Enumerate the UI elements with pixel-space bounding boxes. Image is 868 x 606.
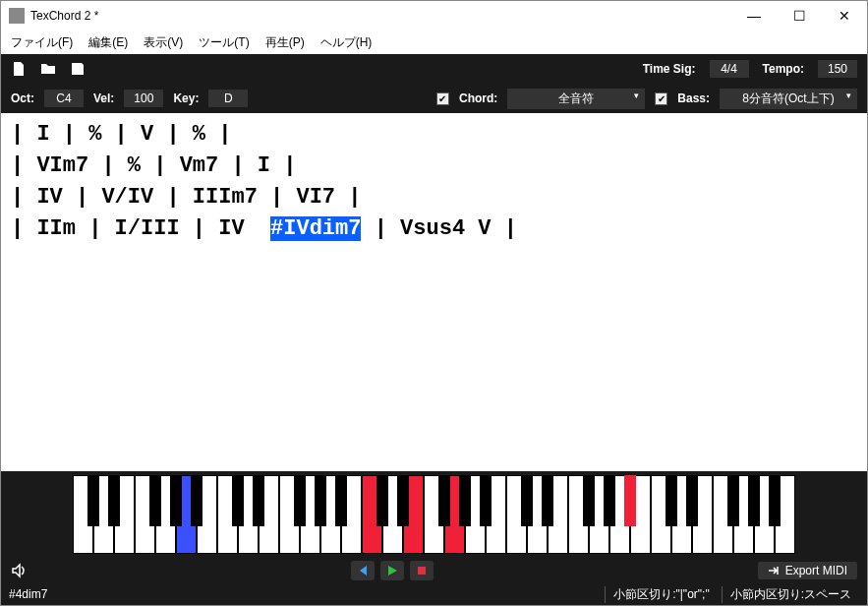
black-key[interactable] xyxy=(769,475,781,526)
vel-label: Vel: xyxy=(93,91,114,105)
black-key[interactable] xyxy=(232,475,244,526)
chord-label: Chord: xyxy=(459,91,497,105)
menu-file[interactable]: ファイル(F) xyxy=(5,32,79,53)
editor-selection: #IVdim7 xyxy=(270,216,361,241)
key-value[interactable]: D xyxy=(208,90,248,107)
editor-line-pre: | IIm | I/III | IV xyxy=(11,216,270,241)
bass-dropdown[interactable]: 8分音符(Oct上下) xyxy=(720,89,857,109)
black-key[interactable] xyxy=(376,475,388,526)
black-key[interactable] xyxy=(87,475,99,526)
timesig-value[interactable]: 4/4 xyxy=(710,60,749,78)
black-key[interactable] xyxy=(686,475,698,526)
chord-dropdown[interactable]: 全音符 xyxy=(507,89,645,109)
status-seg-1: 小節区切り:"|"or";" xyxy=(605,586,718,603)
bass-label: Bass: xyxy=(677,91,710,105)
tempo-label: Tempo: xyxy=(763,62,804,76)
oct-value[interactable]: C4 xyxy=(44,90,84,107)
black-key[interactable] xyxy=(170,475,182,526)
editor-line: | VIm7 | % | Vm7 | I | xyxy=(11,153,296,178)
stop-button[interactable] xyxy=(410,561,434,580)
black-key[interactable] xyxy=(459,475,471,526)
open-folder-icon[interactable] xyxy=(40,61,56,77)
chord-checkbox[interactable]: ✔ xyxy=(436,92,449,105)
black-key[interactable] xyxy=(253,475,264,526)
export-label: Export MIDI xyxy=(785,564,847,577)
close-button[interactable]: ✕ xyxy=(822,1,867,30)
volume-icon[interactable] xyxy=(11,563,27,578)
menu-view[interactable]: 表示(V) xyxy=(138,32,189,53)
editor-line-post: | Vsus4 V | xyxy=(361,216,516,241)
black-key[interactable] xyxy=(108,475,120,526)
oct-label: Oct: xyxy=(11,91,34,105)
menu-play[interactable]: 再生(P) xyxy=(260,32,311,53)
export-icon xyxy=(768,565,780,576)
export-midi-button[interactable]: Export MIDI xyxy=(758,562,857,579)
black-key[interactable] xyxy=(149,475,161,526)
vel-value[interactable]: 100 xyxy=(124,90,163,107)
new-file-icon[interactable] xyxy=(11,61,27,77)
tempo-value[interactable]: 150 xyxy=(818,60,857,78)
app-icon xyxy=(9,8,25,24)
black-key[interactable] xyxy=(604,475,615,526)
chord-editor[interactable]: | I | % | V | % | | VIm7 | % | Vm7 | I |… xyxy=(1,113,867,471)
editor-line: | IV | V/IV | IIIm7 | VI7 | xyxy=(11,185,361,210)
black-key[interactable] xyxy=(438,475,450,526)
svg-rect-0 xyxy=(418,567,426,575)
black-key[interactable] xyxy=(191,475,203,526)
black-key[interactable] xyxy=(397,475,409,526)
maximize-button[interactable]: ☐ xyxy=(777,1,822,30)
menu-tool[interactable]: ツール(T) xyxy=(193,32,255,53)
menu-bar: ファイル(F) 編集(E) 表示(V) ツール(T) 再生(P) ヘルプ(H) xyxy=(1,30,867,54)
status-chord: #4dim7 xyxy=(9,587,47,601)
window-title: TexChord 2 * xyxy=(30,9,731,23)
black-key[interactable] xyxy=(624,475,636,526)
black-key[interactable] xyxy=(583,475,595,526)
piano-keyboard[interactable] xyxy=(73,475,795,554)
play-button[interactable] xyxy=(380,561,404,580)
black-key[interactable] xyxy=(480,475,492,526)
status-seg-2: 小節内区切り:スペース xyxy=(722,586,859,603)
black-key[interactable] xyxy=(727,475,739,526)
menu-help[interactable]: ヘルプ(H) xyxy=(315,32,378,53)
black-key[interactable] xyxy=(665,475,677,526)
save-icon[interactable] xyxy=(70,61,86,77)
black-key[interactable] xyxy=(315,475,326,526)
minimize-button[interactable]: — xyxy=(731,1,777,30)
rewind-button[interactable] xyxy=(351,561,375,580)
editor-line: | I | % | V | % | xyxy=(11,122,231,147)
timesig-label: Time Sig: xyxy=(643,62,696,76)
black-key[interactable] xyxy=(521,475,533,526)
key-label: Key: xyxy=(173,91,199,105)
black-key[interactable] xyxy=(335,475,347,526)
black-key[interactable] xyxy=(748,475,760,526)
black-key[interactable] xyxy=(294,475,306,526)
menu-edit[interactable]: 編集(E) xyxy=(83,32,134,53)
black-key[interactable] xyxy=(542,475,553,526)
bass-checkbox[interactable]: ✔ xyxy=(655,92,667,105)
